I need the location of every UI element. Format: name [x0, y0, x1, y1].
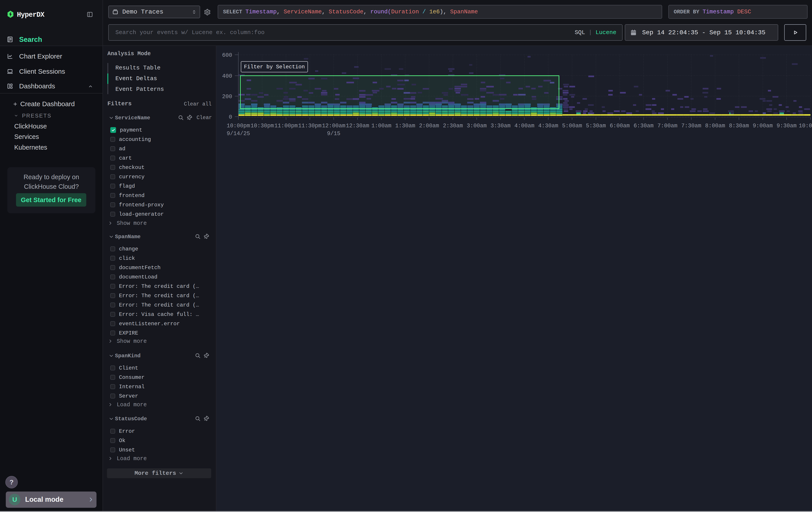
svg-text:5:00am: 5:00am	[562, 123, 582, 129]
svg-text:8:00am: 8:00am	[705, 123, 725, 129]
svg-text:7:00am: 7:00am	[658, 123, 677, 129]
svg-text:4:30am: 4:30am	[538, 123, 558, 129]
svg-text:1:00am: 1:00am	[371, 123, 391, 129]
svg-text:9:00am: 9:00am	[753, 123, 773, 129]
svg-text:5:30am: 5:30am	[586, 123, 606, 129]
svg-text:11:30pm: 11:30pm	[298, 123, 321, 129]
svg-text:10:00am: 10:00am	[799, 123, 812, 129]
svg-text:12:30am: 12:30am	[346, 123, 369, 129]
svg-text:9:30am: 9:30am	[777, 123, 797, 129]
svg-text:2:00am: 2:00am	[419, 123, 439, 129]
svg-text:12:00am: 12:00am	[322, 123, 345, 129]
svg-text:600: 600	[222, 52, 232, 58]
svg-text:4:00am: 4:00am	[514, 123, 534, 129]
svg-text:6:30am: 6:30am	[634, 123, 654, 129]
svg-text:10:30pm: 10:30pm	[251, 123, 274, 129]
svg-text:2:30am: 2:30am	[443, 123, 463, 129]
svg-text:8:30am: 8:30am	[729, 123, 749, 129]
svg-text:6:00am: 6:00am	[610, 123, 630, 129]
svg-text:9/14/25: 9/14/25	[227, 131, 250, 137]
svg-text:9/15: 9/15	[327, 131, 340, 137]
svg-text:10:00pm: 10:00pm	[227, 123, 250, 129]
svg-text:7:30am: 7:30am	[681, 123, 701, 129]
svg-text:200: 200	[222, 93, 232, 100]
svg-text:3:30am: 3:30am	[491, 123, 511, 129]
svg-text:3:00am: 3:00am	[467, 123, 487, 129]
svg-text:400: 400	[222, 73, 232, 79]
svg-text:11:00pm: 11:00pm	[274, 123, 298, 129]
svg-text:0: 0	[229, 114, 232, 120]
svg-text:1:30am: 1:30am	[395, 123, 415, 129]
